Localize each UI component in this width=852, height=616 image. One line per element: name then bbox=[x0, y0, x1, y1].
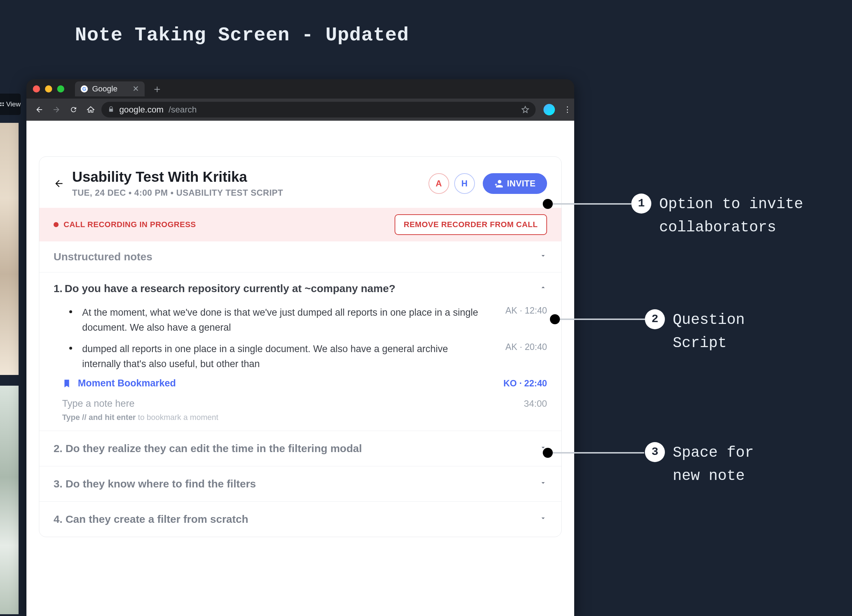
minimize-icon[interactable] bbox=[45, 85, 52, 92]
annotation-anchor-dot bbox=[550, 314, 560, 324]
page-subtitle: TUE, 24 DEC • 4:00 PM • USABILITY TEST S… bbox=[72, 188, 421, 198]
back-button[interactable] bbox=[33, 103, 46, 116]
note-item: dumped all reports in one place in a sin… bbox=[62, 342, 547, 372]
question-row[interactable]: 2. Do they realize they can edit the tim… bbox=[39, 431, 561, 466]
page-content: Usability Test With Kritika TUE, 24 DEC … bbox=[26, 121, 574, 616]
maximize-icon[interactable] bbox=[57, 85, 64, 92]
lock-icon bbox=[108, 105, 114, 115]
window-controls[interactable] bbox=[33, 85, 64, 92]
new-note-time: 34:00 bbox=[524, 398, 547, 409]
annotation-text: Question Script bbox=[673, 308, 787, 355]
chevron-down-icon bbox=[539, 252, 547, 262]
invite-label: INVITE bbox=[507, 178, 536, 189]
note-text: At the moment, what we've done is that w… bbox=[82, 305, 487, 335]
new-note-hint: Type // and hit enter to bookmark a mome… bbox=[62, 413, 547, 422]
participant-avatar[interactable]: A bbox=[429, 173, 449, 194]
home-icon bbox=[87, 106, 95, 113]
reload-button[interactable] bbox=[67, 103, 80, 116]
annotation-line bbox=[560, 319, 645, 320]
url-host: google.com bbox=[119, 105, 163, 115]
question-number: 1. bbox=[54, 282, 62, 294]
video-thumb-bottom bbox=[0, 386, 18, 614]
svg-rect-1 bbox=[3, 103, 4, 104]
question-notes-body: At the moment, what we've done is that w… bbox=[39, 302, 561, 431]
arrow-left-icon bbox=[54, 178, 64, 189]
annotation-line bbox=[553, 452, 644, 453]
record-dot-icon bbox=[54, 222, 59, 227]
question-text: Can they create a filter from scratch bbox=[65, 513, 248, 525]
participant-chips: A H bbox=[429, 173, 475, 194]
note-card: Usability Test With Kritika TUE, 24 DEC … bbox=[39, 156, 562, 537]
bookmark-row: Moment Bookmarked KO · 22:40 bbox=[62, 378, 547, 389]
unstructured-notes-section[interactable]: Unstructured notes bbox=[39, 242, 561, 272]
annotation-anchor-dot bbox=[543, 448, 553, 458]
svg-rect-0 bbox=[0, 103, 2, 104]
tab-bar: G Google ✕ ＋ bbox=[26, 79, 574, 98]
browser-menu-icon[interactable]: ⋮ bbox=[563, 105, 572, 114]
recording-banner: CALL RECORDING IN PROGRESS REMOVE RECORD… bbox=[39, 208, 561, 242]
annotation-number: 3 bbox=[645, 442, 665, 462]
participant-avatar[interactable]: H bbox=[454, 173, 475, 194]
home-button[interactable] bbox=[84, 103, 97, 116]
question-number: 2. bbox=[54, 442, 62, 454]
annotation-anchor-dot bbox=[543, 199, 553, 209]
note-text: dumped all reports in one place in a sin… bbox=[82, 342, 487, 372]
svg-rect-3 bbox=[3, 105, 4, 106]
arrow-right-icon bbox=[52, 105, 61, 114]
new-tab-button[interactable]: ＋ bbox=[152, 82, 162, 97]
bookmark-meta: KO · 22:40 bbox=[503, 378, 547, 388]
annotation: 3 Space for new note bbox=[645, 441, 787, 488]
annotation-number: 2 bbox=[645, 309, 665, 329]
profile-avatar[interactable] bbox=[544, 104, 555, 115]
address-bar: google.com/search ⋮ bbox=[26, 98, 574, 121]
note-item: At the moment, what we've done is that w… bbox=[62, 305, 547, 335]
annotation: 2 Question Script bbox=[645, 308, 787, 355]
bookmark-star-icon[interactable] bbox=[521, 106, 529, 113]
question-text: Do they realize they can edit the time i… bbox=[65, 442, 362, 454]
new-note-area[interactable]: Type a note here 34:00 Type // and hit e… bbox=[62, 398, 547, 422]
url-path: /search bbox=[169, 105, 197, 115]
view-toggle[interactable]: View bbox=[0, 94, 21, 115]
invite-button[interactable]: INVITE bbox=[483, 173, 547, 194]
grid-icon bbox=[0, 101, 4, 107]
tab-title: Google bbox=[92, 84, 118, 94]
recording-label: CALL RECORDING IN PROGRESS bbox=[63, 220, 196, 229]
annotation-text: Option to invite collaborators bbox=[659, 193, 845, 239]
question-row[interactable]: 3. Do they know where to find the filter… bbox=[39, 466, 561, 501]
section-label: Unstructured notes bbox=[54, 251, 153, 263]
bullet-icon bbox=[69, 310, 72, 313]
question-number: 4. bbox=[54, 513, 62, 525]
svg-rect-2 bbox=[0, 105, 2, 106]
remove-recorder-button[interactable]: REMOVE RECORDER FROM CALL bbox=[394, 214, 547, 235]
chevron-down-icon bbox=[539, 479, 547, 489]
annotation: 1 Option to invite collaborators bbox=[631, 193, 845, 239]
annotation-text: Space for new note bbox=[673, 441, 787, 488]
question-number: 3. bbox=[54, 478, 62, 489]
chevron-down-icon bbox=[539, 514, 547, 524]
browser-window: G Google ✕ ＋ google.com/search bbox=[26, 79, 574, 616]
close-icon[interactable] bbox=[33, 85, 40, 92]
url-input[interactable]: google.com/search bbox=[101, 102, 536, 118]
note-meta: AK · 12:40 bbox=[505, 305, 547, 316]
note-meta: AK · 20:40 bbox=[505, 342, 547, 352]
bookmark-label: Moment Bookmarked bbox=[78, 378, 176, 389]
annotation-number: 1 bbox=[631, 193, 651, 214]
browser-tab[interactable]: G Google ✕ bbox=[75, 82, 145, 97]
back-arrow-button[interactable] bbox=[54, 177, 64, 192]
chevron-up-icon bbox=[539, 284, 547, 293]
new-note-placeholder: Type a note here bbox=[62, 398, 134, 409]
bullet-icon bbox=[69, 347, 72, 350]
question-row[interactable]: 4. Can they create a filter from scratch bbox=[39, 501, 561, 537]
question-text: Do you have a research repository curren… bbox=[65, 282, 395, 294]
view-label: View bbox=[6, 100, 21, 108]
bookmark-icon bbox=[62, 379, 71, 388]
tab-close-icon[interactable]: ✕ bbox=[133, 84, 139, 94]
question-row[interactable]: 1.Do you have a research repository curr… bbox=[39, 272, 561, 302]
forward-button[interactable] bbox=[50, 103, 63, 116]
slide-title: Note Taking Screen - Updated bbox=[75, 24, 409, 46]
arrow-left-icon bbox=[35, 105, 44, 114]
video-thumb-top bbox=[0, 123, 18, 375]
reload-icon bbox=[69, 106, 77, 113]
card-header: Usability Test With Kritika TUE, 24 DEC … bbox=[39, 157, 561, 208]
annotation-line bbox=[553, 203, 631, 205]
